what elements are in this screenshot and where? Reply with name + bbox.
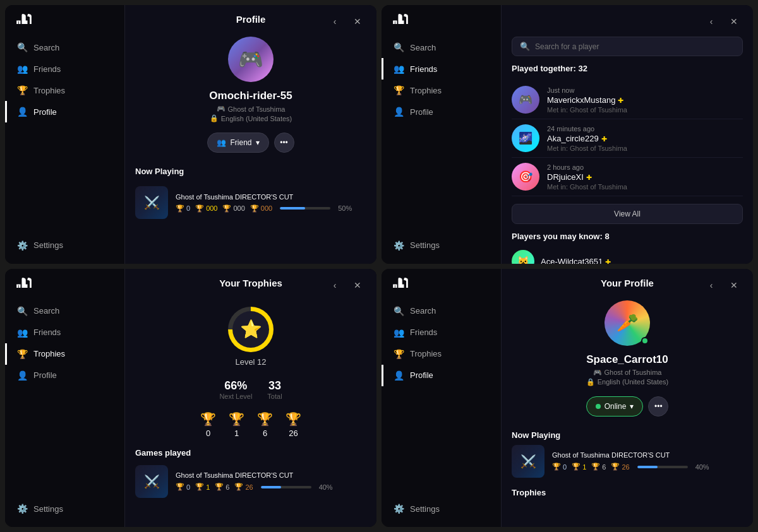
psplus-2: ✚ [601,135,607,143]
trophies-icon-2: 🏆 [394,85,404,95]
plat-4: 🏆 0 [552,463,567,471]
bronze-icon: 🏆 [286,411,301,427]
sidebar-settings-4[interactable]: ⚙️ Settings [382,498,501,519]
platinum-num: 0 [206,429,210,438]
sidebar-friends-3[interactable]: 👥 Friends [5,322,124,343]
sidebar-trophies-2[interactable]: 🏆 Trophies [382,80,501,101]
profile-game-1: 🎮 Ghost of Tsushima [217,105,286,113]
search-icon-2: 🔍 [394,42,404,52]
sidebar-settings-1[interactable]: ⚙️ Settings [5,235,124,256]
profile-main-content: ‹ ✕ Profile 🎮 Omochi-rider-55 🎮 Ghost of… [125,5,376,264]
online-dot-sm-4 [596,404,601,409]
progress-bar-4 [637,466,688,468]
sidebar-friends-label-3: Friends [33,328,61,337]
avatar-4: 🥕 [605,300,650,346]
friend-avatar-1: 🎮 [512,86,539,114]
ps-logo-1 [5,13,124,37]
sidebar-settings-3[interactable]: ⚙️ Settings [5,498,124,519]
next-level-stat: 66% Next Level [219,379,252,400]
gold-4: 🏆 1 [572,463,586,471]
now-playing-title-1: Now Playing [125,162,376,181]
close-button-4[interactable]: ✕ [725,276,743,294]
ps-logo-3 [5,276,124,300]
back-button-1[interactable]: ‹ [326,13,344,30]
back-button-3[interactable]: ‹ [326,276,344,294]
more-button-1[interactable]: ••• [274,133,294,153]
bronze-count: 🏆 26 [286,411,301,438]
player-search-input[interactable] [535,42,735,51]
sidebar-search-2[interactable]: 🔍 Search [382,37,501,58]
bronze-num: 26 [289,429,298,438]
settings-icon-3: ⚙️ [17,504,27,514]
trophy-stats: 66% Next Level 33 Total [219,379,282,400]
friend-info-3: 2 hours ago DRjuiceXI✚ Met in: Ghost of … [547,163,743,191]
online-button-4[interactable]: Online ▾ [586,396,644,417]
trophy-badge: ⭐ [228,307,274,352]
sidebar-4: 🔍 Search 👥 Friends 🏆 Trophies 👤 Profile … [382,269,502,528]
sidebar-trophies-1[interactable]: 🏆 Trophies [5,80,124,101]
profile-icon-3: 👤 [17,370,27,381]
more-button-4[interactable]: ••• [648,396,668,417]
chevron-down-icon-1: ▾ [256,138,260,147]
played-together-header: Played together: 32 [512,64,743,73]
view-all-button[interactable]: View All [512,204,743,224]
sidebar-search-4[interactable]: 🔍 Search [382,300,501,322]
sidebar-1: 🔍 Search 👥 Friends 🏆 Trophies 👤 Profile … [5,5,125,264]
player-know-avatar-1: 🐱 [512,250,534,264]
profile-content: 🎮 Omochi-rider-55 🎮 Ghost of Tsushima 🔒 … [125,5,376,224]
game-thumb-4: ⚔️ [512,445,544,478]
sidebar-settings-2[interactable]: ⚙️ Settings [382,235,501,256]
sidebar-trophies-3[interactable]: 🏆 Trophies [5,343,124,365]
sidebar-trophies-4[interactable]: 🏆 Trophies [382,343,501,365]
back-button-4[interactable]: ‹ [702,276,720,294]
sidebar-profile-label-4: Profile [410,370,433,380]
close-button-3[interactable]: ✕ [349,276,366,294]
sidebar-profile-4[interactable]: 👤 Profile [382,365,501,386]
sidebar-search-3[interactable]: 🔍 Search [5,300,124,322]
sidebar-friends-4[interactable]: 👥 Friends [382,322,501,343]
sidebar-3: 🔍 Search 👥 Friends 🏆 Trophies 👤 Profile … [5,269,125,528]
profile-actions-4: Online ▾ ••• [586,396,669,417]
trophies-section-title-4: Trophies [512,488,743,497]
close-button-2[interactable]: ✕ [725,13,743,30]
gold-trophy-1: 🏆 000 [195,204,217,213]
sidebar-profile-2[interactable]: 👤 Profile [382,101,501,122]
progress-pct-4: 40% [695,463,709,471]
psplus-1: ✚ [618,97,623,104]
sidebar-profile-3[interactable]: 👤 Profile [5,365,124,386]
search-icon-5: 🔍 [394,306,404,316]
friends-icon-2: 👥 [394,64,404,74]
sidebar-trophies-label-2: Trophies [410,86,442,95]
platinum-count: 🏆 0 [200,411,216,438]
sidebar-profile-label-2: Profile [410,107,433,117]
now-playing-section-4: Now Playing ⚔️ Ghost of Tsushima DIRECTO… [502,425,753,483]
trophy-counts: 🏆 0 🏆 1 🏆 6 🏆 26 [200,411,301,438]
close-button-1[interactable]: ✕ [349,13,366,30]
progress-pct-1: 50% [338,204,352,212]
friend-met-3: Met in: Ghost of Tsushima [547,183,743,191]
bronze-trophy-1: 🏆 000 [250,204,272,213]
back-button-2[interactable]: ‹ [702,13,720,30]
friend-name-3: DRjuiceXI✚ [547,172,743,182]
avatar-container-4: 🥕 [605,300,650,346]
trophy-badge-inner: ⭐ [232,311,269,348]
username-4: Space_Carrot10 [586,353,668,366]
sidebar-2: 🔍 Search 👥 Friends 🏆 Trophies 👤 Profile … [382,5,502,264]
lock-icon-4: 🔒 [586,378,595,386]
trophies-icon-3: 🏆 [17,349,27,359]
sidebar-search-1[interactable]: 🔍 Search [5,37,124,58]
chevron-down-icon-4: ▾ [630,402,634,411]
silver-count: 🏆 6 [257,411,273,438]
game-thumb-1: ⚔️ [135,186,168,219]
player-know-name-1: Ace-Wildcat3651✚ [541,257,611,264]
search-icon-4: 🔍 [17,306,27,316]
silver-num: 6 [263,429,267,438]
player-search-bar[interactable]: 🔍 [512,37,743,56]
panel2-header: ‹ ✕ [692,5,753,38]
friend-button-1[interactable]: 👥 Friend ▾ [207,133,268,153]
sidebar-profile-1[interactable]: 👤 Profile [5,101,124,122]
search-icon-3: 🔍 [520,42,530,51]
sidebar-friends-2[interactable]: 👥 Friends [382,58,501,80]
settings-icon-4: ⚙️ [394,504,404,514]
sidebar-friends-1[interactable]: 👥 Friends [5,58,124,80]
